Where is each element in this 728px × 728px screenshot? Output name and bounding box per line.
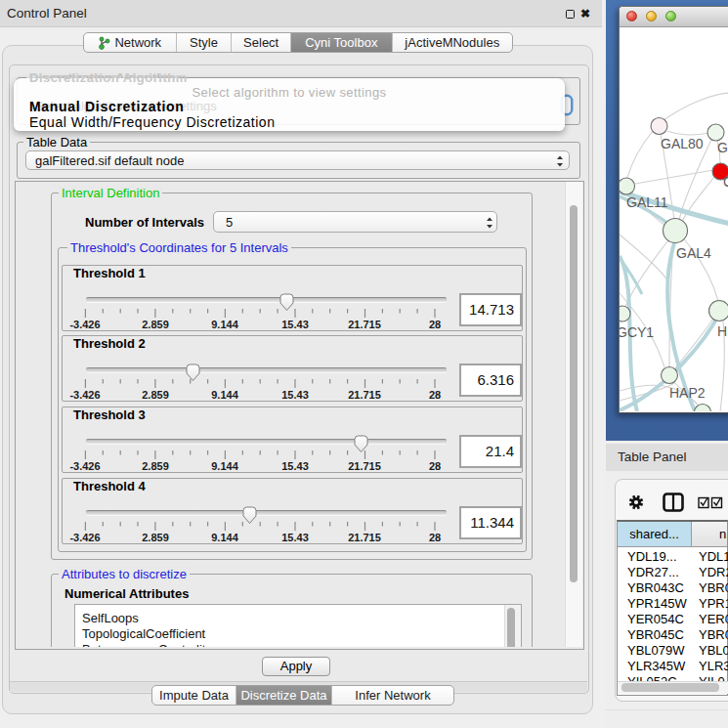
- svg-text:GAL11: GAL11: [626, 194, 668, 210]
- svg-text:H: H: [717, 323, 727, 339]
- svg-text:GCY1: GCY1: [620, 324, 654, 340]
- svg-text:HAP2: HAP2: [669, 385, 706, 401]
- svg-text:GAL4: GAL4: [676, 245, 711, 261]
- svg-text:C: C: [723, 174, 728, 190]
- svg-text:GAL80: GAL80: [661, 136, 704, 151]
- svg-text:GA: GA: [717, 140, 728, 155]
